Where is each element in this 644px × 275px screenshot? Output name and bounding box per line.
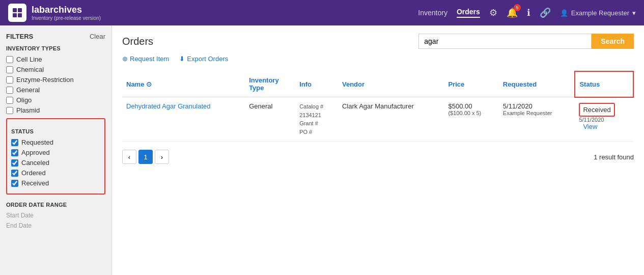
status-received-label: Received: [21, 179, 49, 187]
logo-icon: [8, 4, 26, 22]
start-date-input[interactable]: Start Date: [6, 212, 105, 219]
main-content: Orders Search ⊕ Request Item ⬇ Export Or…: [112, 25, 644, 275]
status-received-checkbox[interactable]: [11, 180, 18, 187]
status-requested-label: Requested: [21, 139, 53, 146]
top-navigation: labarchives Inventory (pre-release versi…: [0, 0, 644, 25]
cell-requested: 5/11/2020 Example Requester: [499, 97, 575, 142]
info-icon[interactable]: ℹ: [527, 7, 530, 18]
status-approved-checkbox[interactable]: [11, 149, 18, 156]
col-price: Price: [444, 71, 498, 97]
inventory-type-oligo-label: Oligo: [16, 96, 32, 104]
user-area[interactable]: 👤 Example Requester ▾: [560, 9, 636, 17]
export-orders-link[interactable]: ⬇ Export Orders: [179, 55, 228, 63]
notifications-badge: 5: [514, 4, 521, 11]
cell-status: Received 5/11/2020 View: [575, 97, 633, 142]
clear-filters-button[interactable]: Clear: [90, 33, 105, 40]
col-name[interactable]: Name ⊙: [122, 71, 245, 97]
action-bar: ⊕ Request Item ⬇ Export Orders: [122, 55, 634, 63]
user-icon: 👤: [560, 9, 568, 17]
svg-rect-1: [18, 8, 22, 12]
cell-inventory-type: General: [245, 97, 295, 142]
page-1-button[interactable]: 1: [138, 150, 153, 164]
download-icon: ⬇: [179, 55, 185, 63]
inventory-type-chemical-checkbox[interactable]: [6, 66, 13, 73]
svg-rect-0: [13, 8, 17, 12]
brand-name: labarchives: [32, 5, 101, 15]
inventory-type-general[interactable]: General: [6, 86, 105, 94]
inventory-type-enzyme-label: Enzyme-Restriction: [16, 76, 74, 84]
status-section: STATUS Requested Approved Canceled Order…: [6, 118, 105, 195]
search-area: Search: [418, 34, 634, 49]
filters-title: FILTERS: [6, 33, 33, 40]
date-range-title: ORDER DATE RANGE: [6, 202, 105, 208]
requested-by: Example Requester: [503, 110, 571, 116]
inventory-types-list: Cell Line Chemical Enzyme-Restriction Ge…: [6, 56, 105, 114]
pagination-area: ‹ 1 › 1 result found: [122, 150, 634, 164]
filters-header: FILTERS Clear: [6, 33, 105, 40]
status-approved[interactable]: Approved: [11, 149, 100, 156]
status-badge: Received: [579, 103, 614, 117]
nav-inventory[interactable]: Inventory: [418, 9, 447, 17]
inventory-type-enzyme-checkbox[interactable]: [6, 76, 13, 84]
item-name-link[interactable]: Dehydrated Agar Granulated: [126, 102, 211, 110]
status-ordered[interactable]: Ordered: [11, 169, 100, 177]
svg-rect-3: [18, 13, 22, 17]
status-requested[interactable]: Requested: [11, 139, 100, 146]
requested-date: 5/11/2020: [503, 102, 571, 110]
status-ordered-checkbox[interactable]: [11, 170, 18, 177]
pagination: ‹ 1 ›: [122, 150, 169, 164]
table-header-row: Name ⊙ InventoryType Info Vendor Price R…: [122, 71, 633, 97]
inventory-type-chemical-label: Chemical: [16, 66, 44, 73]
orders-header: Orders Search: [122, 34, 634, 49]
col-vendor: Vendor: [338, 71, 444, 97]
sidebar: FILTERS Clear INVENTORY TYPES Cell Line …: [0, 25, 112, 275]
status-canceled-checkbox[interactable]: [11, 159, 18, 167]
search-button[interactable]: Search: [592, 34, 634, 49]
info-po-label: PO #: [299, 129, 312, 135]
inventory-type-enzyme[interactable]: Enzyme-Restriction: [6, 76, 105, 84]
sort-icon: ⊙: [146, 80, 152, 88]
table-row: Dehydrated Agar Granulated General Catal…: [122, 97, 633, 142]
prev-page-button[interactable]: ‹: [122, 150, 136, 164]
nav-orders[interactable]: Orders: [457, 8, 480, 18]
cell-price: $500.00 ($100.00 x 5): [444, 97, 498, 142]
brand-text: labarchives Inventory (pre-release versi…: [32, 5, 101, 21]
cell-vendor: Clark Agar Manufacturer: [338, 97, 444, 142]
user-label: Example Requester: [571, 9, 629, 17]
status-canceled-label: Canceled: [21, 159, 49, 167]
col-status: Status: [575, 71, 633, 97]
info-grant-label: Grant #: [299, 120, 318, 126]
inventory-type-cell-line[interactable]: Cell Line: [6, 56, 105, 63]
cell-name: Dehydrated Agar Granulated: [122, 97, 245, 142]
link-icon[interactable]: 🔗: [540, 7, 551, 18]
status-canceled[interactable]: Canceled: [11, 159, 100, 167]
logo-area: labarchives Inventory (pre-release versi…: [8, 4, 101, 22]
status-requested-checkbox[interactable]: [11, 139, 18, 146]
inventory-type-chemical[interactable]: Chemical: [6, 66, 105, 73]
plus-circle-icon: ⊕: [122, 55, 128, 63]
settings-icon[interactable]: ⚙: [489, 7, 497, 18]
search-input[interactable]: [418, 34, 592, 49]
view-link[interactable]: View: [583, 123, 597, 130]
nav-links: Inventory Orders ⚙ 🔔 5 ℹ 🔗 👤 Example Req…: [418, 7, 636, 18]
inventory-type-plasmid[interactable]: Plasmid: [6, 106, 105, 114]
col-info: Info: [295, 71, 338, 97]
inventory-type-plasmid-checkbox[interactable]: [6, 107, 13, 114]
price-main: $500.00: [448, 102, 494, 110]
inventory-type-oligo-checkbox[interactable]: [6, 97, 13, 104]
inventory-type-oligo[interactable]: Oligo: [6, 96, 105, 104]
inventory-type-cell-line-label: Cell Line: [16, 56, 42, 63]
notifications-icon[interactable]: 🔔 5: [507, 7, 518, 18]
inventory-type-cell-line-checkbox[interactable]: [6, 56, 13, 63]
request-item-link[interactable]: ⊕ Request Item: [122, 55, 169, 63]
inventory-types-title: INVENTORY TYPES: [6, 45, 105, 51]
end-date-input[interactable]: End Date: [6, 222, 105, 229]
status-received[interactable]: Received: [11, 179, 100, 187]
status-title: STATUS: [11, 128, 100, 134]
next-page-button[interactable]: ›: [155, 150, 169, 164]
col-requested: Requested: [499, 71, 575, 97]
user-dropdown-icon: ▾: [632, 9, 636, 17]
inventory-type-general-checkbox[interactable]: [6, 87, 13, 94]
inventory-type-plasmid-label: Plasmid: [16, 106, 40, 114]
info-catalog-label: Catalog #: [299, 103, 323, 109]
